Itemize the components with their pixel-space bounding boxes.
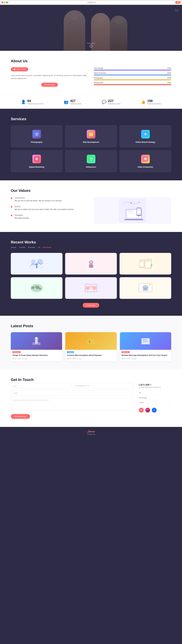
about-body: Lorem ipsum dolor sit amet, consectetur … <box>11 74 88 80</box>
contact-tel: Tel <box>139 390 171 395</box>
svg-rect-105 <box>143 339 147 340</box>
about-section: About Us ✉️ Get In Touch Lorem ipsum dol… <box>0 51 182 95</box>
send-message-button[interactable]: Send Message <box>11 414 30 419</box>
form-row-1 <box>11 383 133 388</box>
contact-title: Get In Touch <box>11 378 171 382</box>
svg-rect-34 <box>124 219 143 220</box>
video-label: Video Production <box>122 166 168 168</box>
recent-works-button[interactable]: Recent Works <box>41 83 58 87</box>
service-brand-strategy[interactable]: Online Brand strategy <box>120 125 171 148</box>
about-grid: ✉️ Get In Touch Lorem ipsum dolor sit am… <box>11 67 171 87</box>
phone-input[interactable] <box>11 390 133 396</box>
svg-point-67 <box>36 287 37 288</box>
work-item-6[interactable] <box>120 277 171 299</box>
stat-marketing: 💬 227 Marketing project <box>102 99 121 105</box>
tab-design[interactable]: Design <box>11 246 16 249</box>
brand-icon <box>141 130 150 138</box>
work-illustration-6 <box>120 277 171 299</box>
url-bar[interactable]: mostaqi.com <box>9 1 175 4</box>
work-illustration-4 <box>11 277 62 299</box>
influencer-label: Influencers <box>68 166 114 168</box>
influencer-icon <box>87 155 95 163</box>
post-image-3 <box>120 332 171 350</box>
svg-point-41 <box>131 202 132 204</box>
lets-talk-heading: Let's talk ! <box>139 383 171 386</box>
skill-bar-fill <box>94 84 171 85</box>
scroll-circle: ○ <box>90 44 93 48</box>
message-input[interactable] <box>11 398 133 410</box>
work-item-5[interactable] <box>65 277 117 299</box>
svg-point-46 <box>37 259 43 264</box>
svg-rect-107 <box>143 341 148 342</box>
influencer-icon-wrap <box>86 154 96 164</box>
skill-photo: Photography 100% <box>94 77 171 80</box>
tab-art[interactable]: Art <box>38 246 40 249</box>
svg-rect-85 <box>143 289 148 291</box>
post-3[interactable]: Business Reviews Best App Development To… <box>120 332 171 362</box>
stat-clients: 👥 427 Satisfied clients <box>64 99 81 105</box>
tab-everything[interactable]: Everything <box>43 246 51 249</box>
post-image-2: $ <box>65 332 117 350</box>
svg-rect-63 <box>146 262 150 262</box>
tab-branding[interactable]: Branding <box>28 246 35 249</box>
post-1[interactable]: Business Things To Know About Startup 3 … <box>11 332 62 362</box>
stat-number-3: 227 <box>108 99 121 103</box>
authenticity-title: Authenticity <box>14 197 62 199</box>
work-item-4[interactable] <box>11 277 62 299</box>
svg-point-19 <box>90 158 92 159</box>
stat-icon-1: 👤 <box>21 100 26 104</box>
svg-point-89 <box>35 337 38 340</box>
service-video-production[interactable]: Video Production <box>120 150 171 172</box>
about-right: UI/UX design 100% Video Production 100% <box>94 67 171 87</box>
recent-works-section: Recent Works Design Creative Branding Ar… <box>0 232 182 316</box>
stats-section: 👤 84 Programming services 👥 427 Satisfie… <box>0 95 182 109</box>
about-left: ✉️ Get In Touch Lorem ipsum dolor sit am… <box>11 67 88 87</box>
svg-rect-39 <box>137 208 141 215</box>
service-photography[interactable]: Photography <box>11 125 62 148</box>
email-social-icon[interactable]: ✉ <box>139 408 144 412</box>
skill-bar-fill <box>94 80 171 80</box>
svg-rect-62 <box>146 260 151 261</box>
footer-logo: مستقل <box>11 430 171 433</box>
post-title-2: Common Misconceptions About Payment <box>65 354 117 358</box>
video-icon-wrap <box>141 154 150 164</box>
svg-point-9 <box>91 136 91 136</box>
video-icon <box>141 155 150 163</box>
skill-uiux: UI/UX design 100% <box>94 67 171 70</box>
works-grid <box>11 253 171 299</box>
stat-projects: 👍 198 Projects completed <box>141 99 161 105</box>
service-influencers[interactable]: Influencers <box>65 150 117 172</box>
work-item-3[interactable] <box>120 253 171 274</box>
work-illustration-3 <box>120 253 171 274</box>
svg-rect-7 <box>90 133 92 135</box>
get-in-touch-button[interactable]: ✉️ Get In Touch <box>11 67 28 71</box>
service-web-development[interactable]: Web Development <box>65 125 117 148</box>
tab-creative[interactable]: Creative <box>19 246 25 249</box>
facebook-icon[interactable]: f <box>152 408 157 412</box>
post-2[interactable]: $ Tutorial Common Misconceptions About P… <box>65 332 117 362</box>
score-badge: 360 <box>176 1 181 4</box>
stat-label-3: Marketing project <box>108 103 121 105</box>
name-input[interactable] <box>11 383 71 388</box>
work-illustration-2 <box>65 253 117 274</box>
svg-point-72 <box>92 286 96 290</box>
photography-icon-wrap <box>32 130 41 139</box>
footer: مستقل mostaqi.com <box>0 427 182 438</box>
load-more-button[interactable]: Load more <box>83 303 99 308</box>
instagram-icon[interactable]: 📷 <box>145 408 150 412</box>
post-badge-1: Business <box>12 351 20 353</box>
svg-point-2 <box>36 134 37 135</box>
quality-text: We aim to deliver the best and make it b… <box>14 208 74 211</box>
form-row-2 <box>11 390 133 396</box>
posts-section: Latest Posts Business Things To Know Abo… <box>0 316 182 370</box>
email-input[interactable] <box>73 383 134 388</box>
brand-label: Online Brand strategy <box>122 141 168 143</box>
work-item-1[interactable] <box>11 253 62 274</box>
values-list: Authenticity We are true to self and oth… <box>11 197 88 224</box>
svg-point-64 <box>151 264 152 266</box>
service-digital-marketing[interactable]: ads Digital Marketing <box>11 150 62 172</box>
work-item-2[interactable] <box>65 253 117 274</box>
minimize-dot <box>4 2 5 3</box>
web-icon-wrap <box>86 130 96 139</box>
maximize-dot <box>6 2 8 3</box>
